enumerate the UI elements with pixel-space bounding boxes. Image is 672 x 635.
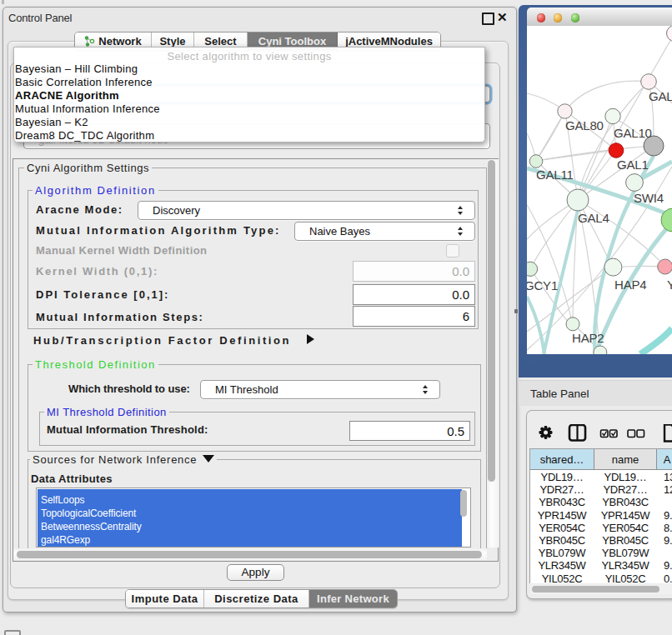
svg-text:GAL11: GAL11 [536, 168, 574, 182]
svg-text:HAP4: HAP4 [614, 278, 646, 292]
svg-text:GAL4: GAL4 [578, 211, 609, 225]
svg-text:SWI4: SWI4 [634, 191, 664, 205]
svg-text:GAL7: GAL7 [649, 89, 672, 103]
svg-text:GAL80: GAL80 [565, 118, 604, 132]
svg-text:GAL1: GAL1 [617, 158, 649, 172]
svg-text:GCY1: GCY1 [527, 278, 558, 292]
svg-text:Y: Y [667, 278, 672, 292]
svg-text:GAL10: GAL10 [614, 126, 652, 140]
svg-text:HAP2: HAP2 [572, 331, 604, 345]
